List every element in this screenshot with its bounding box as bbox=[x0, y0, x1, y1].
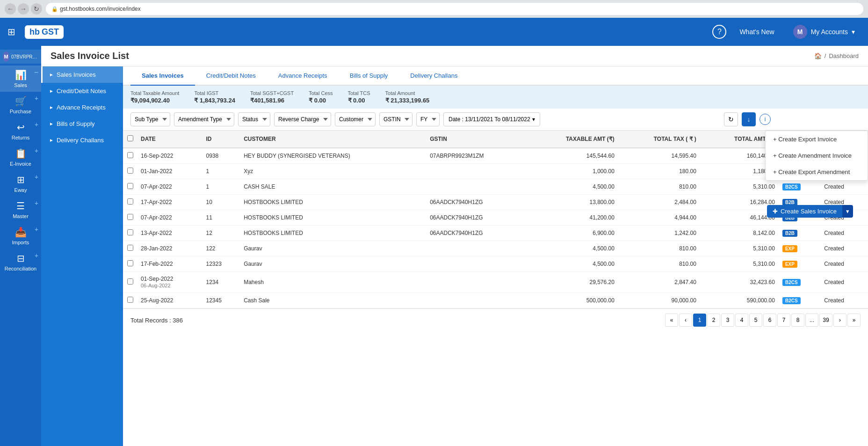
row-checkbox-4[interactable] bbox=[127, 214, 133, 220]
type-badge: B2CS bbox=[782, 183, 801, 190]
info-button[interactable]: i bbox=[760, 114, 771, 125]
download-button[interactable]: ↓ bbox=[742, 112, 756, 126]
row-type: B2CS bbox=[779, 272, 820, 293]
address-bar[interactable]: 🔒 gst.hostbooks.com/invoice/index bbox=[46, 3, 863, 15]
create-dropdown-toggle[interactable]: ▾ bbox=[842, 205, 853, 218]
tab-bills-of-supply[interactable]: Bills of Supply bbox=[339, 66, 399, 86]
row-checkbox-1[interactable] bbox=[127, 168, 133, 174]
whats-new-button[interactable]: What's New bbox=[734, 25, 780, 38]
row-id: 1 bbox=[203, 164, 240, 179]
pagination-page-6[interactable]: 6 bbox=[763, 314, 776, 327]
status-filter[interactable]: Status bbox=[238, 112, 270, 126]
sidebar-returns-expand[interactable]: + bbox=[35, 121, 38, 128]
sidebar-reconciliation-expand[interactable]: + bbox=[35, 252, 38, 259]
create-amendment-invoice-option[interactable]: + Create Amendment Invoice bbox=[766, 147, 868, 164]
row-checkbox-6[interactable] bbox=[127, 245, 133, 251]
pagination-page-3[interactable]: 3 bbox=[721, 314, 734, 327]
sidebar-item-reconciliation[interactable]: + ⊟ Reconciliation bbox=[0, 249, 41, 275]
breadcrumb-home-icon[interactable]: 🏠 bbox=[814, 52, 822, 59]
pagination-first[interactable]: « bbox=[665, 314, 678, 327]
tab-advance-receipts[interactable]: Advance Receipts bbox=[267, 66, 339, 86]
row-checkbox-8[interactable] bbox=[127, 278, 133, 285]
table-row[interactable]: 17-Feb-2022 12323 Gaurav 4,500.00 810.00… bbox=[123, 256, 868, 272]
sidebar-purchase-expand[interactable]: + bbox=[35, 95, 38, 102]
pagination-next[interactable]: › bbox=[833, 314, 846, 327]
grid-icon[interactable]: ⊞ bbox=[7, 26, 15, 37]
select-all-checkbox[interactable] bbox=[127, 135, 133, 141]
row-total-tax: 2,847.40 bbox=[618, 272, 700, 293]
pagination-prev[interactable]: ‹ bbox=[679, 314, 692, 327]
refresh-button[interactable]: ↻ bbox=[724, 112, 738, 126]
sub-type-filter[interactable]: Sub Type bbox=[130, 112, 170, 126]
tab-delivery-challans[interactable]: Delivery Challans bbox=[399, 66, 469, 86]
reverse-charge-filter[interactable]: Reverse Charge bbox=[274, 112, 331, 126]
page-header: Sales Invoice List 🏠 / Dashboard bbox=[41, 46, 868, 66]
reload-button[interactable]: ↻ bbox=[31, 3, 42, 15]
pagination-page-4[interactable]: 4 bbox=[735, 314, 748, 327]
row-checkbox-5[interactable] bbox=[127, 229, 133, 235]
row-checkbox-7[interactable] bbox=[127, 260, 133, 266]
sidebar-item-eway[interactable]: + ⊞ Eway bbox=[0, 170, 41, 197]
row-gstin: 06AADCK7940H1ZG bbox=[426, 195, 527, 210]
pagination-page-5[interactable]: 5 bbox=[749, 314, 762, 327]
table-row[interactable]: 17-Apr-2022 10 HOSTBOOKS LIMITED 06AADCK… bbox=[123, 195, 868, 210]
table-row[interactable]: 01-Jan-2022 1 Xyz 1,000.00 180.00 1,180.… bbox=[123, 164, 868, 179]
sidebar-item-returns[interactable]: + ↩ Returns bbox=[0, 118, 41, 144]
row-checkbox-3[interactable] bbox=[127, 198, 133, 205]
date-range-filter[interactable]: Date : 13/11/2021 To 08/11/2022 ▾ bbox=[443, 112, 540, 126]
sidebar-item-sales[interactable]: − 📊 Sales bbox=[0, 66, 41, 92]
row-date: 13-Apr-2022 bbox=[137, 226, 203, 241]
row-checkbox-9[interactable] bbox=[127, 297, 133, 303]
help-button[interactable]: ? bbox=[712, 25, 726, 39]
row-type: B2CS bbox=[779, 179, 820, 195]
sidebar-master-expand[interactable]: + bbox=[35, 199, 38, 207]
sidebar-imports-expand[interactable]: + bbox=[35, 226, 38, 233]
table-row[interactable]: 13-Apr-2022 12 HOSTBOOKS LIMITED 06AADCK… bbox=[123, 226, 868, 241]
pagination-page-39[interactable]: 39 bbox=[819, 314, 832, 327]
sub-sidebar-item-advance-receipts[interactable]: ► Advance Receipts bbox=[41, 99, 123, 116]
create-sales-invoice-button[interactable]: ✚ Create Sales Invoice bbox=[767, 205, 842, 218]
logo[interactable]: hb GST bbox=[25, 25, 64, 39]
my-accounts-button[interactable]: M My Accounts ▾ bbox=[788, 22, 861, 42]
customer-filter[interactable]: Customer bbox=[335, 112, 376, 126]
forward-button[interactable]: → bbox=[18, 3, 29, 15]
sidebar-eway-expand[interactable]: + bbox=[35, 173, 38, 181]
sidebar-item-master[interactable]: + ☰ Master bbox=[0, 197, 41, 223]
row-checkbox-cell bbox=[123, 164, 137, 179]
pagination-last[interactable]: » bbox=[847, 314, 861, 327]
sub-sidebar-item-delivery-challans[interactable]: ► Delivery Challans bbox=[41, 132, 123, 148]
invoices-table: DATE ID CUSTOMER GSTIN TAXABLE AMT (₹) T… bbox=[123, 131, 868, 308]
table-row[interactable]: 28-Jan-2022 122 Gaurav 4,500.00 810.00 5… bbox=[123, 241, 868, 256]
sidebar-item-einvoice[interactable]: + 📋 E-Invoice bbox=[0, 144, 41, 170]
pagination-page-8[interactable]: 8 bbox=[791, 314, 804, 327]
table-row[interactable]: 16-Sep-2022 0938 HEY BUDDY (SYNERGISED V… bbox=[123, 148, 868, 164]
row-checkbox-0[interactable] bbox=[127, 152, 133, 158]
pagination-page-2[interactable]: 2 bbox=[707, 314, 720, 327]
create-export-invoice-option[interactable]: + Create Export Invoice bbox=[766, 131, 868, 147]
fy-filter[interactable]: FY bbox=[416, 112, 440, 126]
back-button[interactable]: ← bbox=[5, 3, 16, 15]
create-export-amendment-option[interactable]: + Create Export Amendment bbox=[766, 164, 868, 180]
sidebar-item-imports[interactable]: + 📥 Imports bbox=[0, 223, 41, 249]
sub-sidebar-item-credit-debit[interactable]: ► Credit/Debit Notes bbox=[41, 83, 123, 99]
sidebar-sales-collapse[interactable]: − bbox=[34, 68, 38, 77]
row-taxable-amt: 6,900.00 bbox=[527, 226, 618, 241]
table-row[interactable]: 25-Aug-2022 12345 Cash Sale 500,000.00 9… bbox=[123, 293, 868, 308]
sub-sidebar-item-bills-of-supply[interactable]: ► Bills of Supply bbox=[41, 116, 123, 132]
table-row[interactable]: 07-Apr-2022 1 CASH SALE 4,500.00 810.00 … bbox=[123, 179, 868, 195]
returns-icon: ↩ bbox=[17, 122, 25, 133]
row-checkbox-2[interactable] bbox=[127, 183, 133, 189]
pagination-page-7[interactable]: 7 bbox=[777, 314, 790, 327]
tab-sales-invoices[interactable]: Sales Invoices bbox=[130, 66, 195, 86]
tab-credit-debit-notes[interactable]: Credit/Debit Notes bbox=[195, 66, 267, 86]
amendment-type-filter[interactable]: Amendment Type bbox=[174, 112, 234, 126]
browser-nav-buttons: ← → ↻ bbox=[5, 3, 42, 15]
sub-sidebar-item-sales-invoices[interactable]: ► Sales Invoices bbox=[41, 66, 123, 83]
sub-sidebar: ► Sales Invoices ► Credit/Debit Notes ► … bbox=[41, 66, 123, 446]
pagination-page-1[interactable]: 1 bbox=[693, 314, 706, 327]
table-row[interactable]: 01-Sep-202206-Aug-2022 1234 Mahesh 29,57… bbox=[123, 272, 868, 293]
gstin-filter[interactable]: GSTIN bbox=[379, 112, 412, 126]
sidebar-item-purchase[interactable]: + 🛒 Purchase bbox=[0, 92, 41, 118]
sidebar-einvoice-expand[interactable]: + bbox=[35, 147, 38, 154]
table-row[interactable]: 07-Apr-2022 11 HOSTBOOKS LIMITED 06AADCK… bbox=[123, 210, 868, 226]
